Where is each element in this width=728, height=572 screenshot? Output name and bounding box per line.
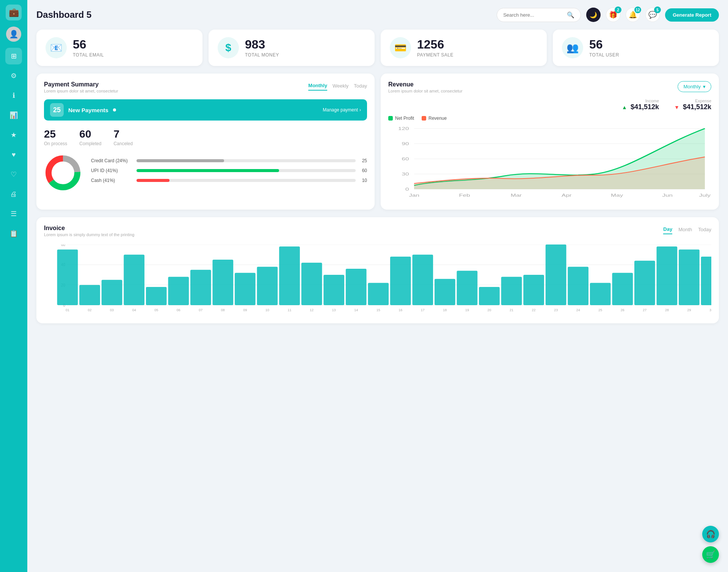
svg-rect-73: [546, 244, 566, 305]
svg-rect-77: [590, 283, 611, 305]
svg-text:24: 24: [576, 308, 580, 312]
revenue-subtitle: Lorem ipsum dolor sit amet, consectetur: [388, 89, 463, 93]
payment-details: Credit Card (24%) 25 UPI ID (41%) 60: [44, 154, 367, 192]
stat-info-user: 56 TOTAL USER: [589, 38, 619, 57]
invoice-tab-month[interactable]: Month: [678, 225, 692, 234]
net-profit-dot: [388, 116, 393, 121]
cart-fab[interactable]: 🛒: [702, 546, 719, 563]
completed-label: Completed: [79, 141, 101, 146]
payment-summary-title: Payment Summary: [44, 81, 118, 88]
net-profit-label: Net Profit: [395, 116, 414, 121]
svg-text:11: 11: [288, 308, 292, 312]
bell-button[interactable]: 🔔 12: [626, 8, 640, 22]
svg-text:17: 17: [421, 308, 425, 312]
svg-text:21: 21: [510, 308, 513, 312]
income-expense-row: Income ▲ $41,512k Expense ▼ $41,512k: [388, 99, 711, 111]
revenue-monthly-dropdown[interactable]: Monthly ▾: [678, 81, 711, 92]
main-content: Dashboard 5 🔍 🌙 🎁 2 🔔 12 💬 5 Generate Re…: [27, 0, 728, 572]
revenue-dot: [422, 116, 426, 121]
avatar[interactable]: 👤: [6, 27, 21, 42]
generate-report-button[interactable]: Generate Report: [665, 8, 719, 22]
support-fab[interactable]: 🎧: [702, 526, 719, 542]
svg-rect-83: [657, 246, 678, 305]
tab-monthly[interactable]: Monthly: [308, 81, 327, 91]
svg-rect-47: [257, 267, 278, 305]
legend-net-profit: Net Profit: [388, 116, 414, 121]
svg-text:60: 60: [61, 244, 66, 247]
search-box[interactable]: 🔍: [497, 8, 581, 22]
income-amount: $41,512k: [631, 103, 659, 111]
sidebar-item-chart[interactable]: 📊: [5, 107, 22, 124]
svg-rect-75: [568, 267, 588, 305]
svg-rect-87: [701, 257, 711, 305]
gift-button[interactable]: 🎁 2: [606, 8, 620, 22]
sidebar-item-heart1[interactable]: ♥: [5, 146, 22, 163]
payment-summary-card: Payment Summary Lorem ipsum dolor sit am…: [36, 74, 375, 210]
sidebar-item-info[interactable]: ℹ: [5, 87, 22, 104]
tab-today[interactable]: Today: [354, 81, 367, 91]
gift-badge: 2: [615, 6, 621, 13]
stat-info-email: 56 TOTAL EMAIL: [73, 38, 104, 57]
email-icon: 📧: [46, 37, 67, 58]
stat-mini-canceled: 7 Canceled: [113, 128, 133, 146]
invoice-tab-day[interactable]: Day: [663, 225, 672, 234]
new-payments-dot: [113, 108, 116, 111]
stat-info-payment: 1256 PAYMENT SALE: [417, 38, 453, 57]
svg-text:13: 13: [332, 308, 336, 312]
svg-text:60: 60: [402, 157, 409, 161]
payment-number: 1256: [417, 38, 453, 51]
cash-bar-value: 10: [359, 178, 367, 183]
sidebar-item-print[interactable]: 🖨: [5, 186, 22, 202]
sidebar-item-doc[interactable]: 📋: [5, 225, 22, 242]
tab-weekly[interactable]: Weekly: [333, 81, 348, 91]
svg-text:08: 08: [221, 308, 225, 312]
svg-text:12: 12: [310, 308, 314, 312]
chevron-down-icon: ▾: [703, 84, 706, 89]
sidebar-item-settings[interactable]: ⚙: [5, 67, 22, 84]
svg-text:May: May: [611, 193, 623, 197]
bell-badge: 12: [634, 6, 641, 13]
expense-icon: ▼: [674, 104, 679, 110]
fab-container: 🎧 🛒: [702, 526, 719, 563]
payment-icon: 💳: [390, 37, 411, 58]
svg-rect-67: [479, 287, 500, 305]
stat-card-payment: 💳 1256 PAYMENT SALE: [381, 30, 547, 66]
email-label: TOTAL EMAIL: [73, 52, 104, 58]
invoice-tab-today[interactable]: Today: [698, 225, 711, 234]
sidebar-item-dashboard[interactable]: ⊞: [5, 48, 22, 64]
money-icon: $: [218, 37, 239, 58]
chat-button[interactable]: 💬 5: [645, 8, 660, 22]
dark-mode-toggle[interactable]: 🌙: [586, 8, 601, 22]
sidebar-logo[interactable]: 💼: [6, 5, 22, 20]
invoice-header: Invoice Lorem ipsum is simply dummy text…: [44, 225, 711, 237]
upi-label: UPI ID (41%): [91, 168, 133, 173]
svg-rect-45: [235, 273, 256, 305]
payment-stats-row: 25 On process 60 Completed 7 Canceled: [44, 128, 367, 146]
sidebar-item-heart2[interactable]: ♡: [5, 166, 22, 183]
stat-card-email: 📧 56 TOTAL EMAIL: [36, 30, 202, 66]
svg-text:Apr: Apr: [562, 193, 572, 197]
svg-text:10: 10: [265, 308, 269, 312]
svg-text:06: 06: [177, 308, 180, 312]
chevron-right-icon: ›: [359, 107, 361, 113]
payment-label: PAYMENT SALE: [417, 52, 453, 58]
stat-mini-completed: 60 Completed: [79, 128, 101, 146]
sidebar: 💼 👤 ⊞ ⚙ ℹ 📊 ★ ♥ ♡ 🖨 ☰ 📋: [0, 0, 27, 572]
money-number: 983: [245, 38, 279, 51]
svg-rect-31: [79, 285, 100, 305]
sidebar-item-list[interactable]: ☰: [5, 205, 22, 222]
sidebar-item-star[interactable]: ★: [5, 127, 22, 143]
cash-bar-fill: [136, 179, 169, 182]
svg-text:28: 28: [665, 308, 669, 312]
creditcard-bar-track: [136, 159, 356, 162]
svg-rect-59: [390, 257, 411, 305]
search-input[interactable]: [503, 12, 564, 18]
stat-card-money: $ 983 TOTAL MONEY: [209, 30, 375, 66]
manage-payment-link[interactable]: Manage payment ›: [323, 107, 361, 113]
new-payments-bar: 25 New Payments Manage payment ›: [44, 99, 367, 121]
payment-bar-row-upi: UPI ID (41%) 60: [91, 168, 367, 173]
svg-text:14: 14: [354, 308, 358, 312]
svg-rect-63: [435, 279, 455, 305]
payment-tab-group: Monthly Weekly Today: [308, 81, 367, 91]
svg-rect-71: [523, 275, 544, 305]
